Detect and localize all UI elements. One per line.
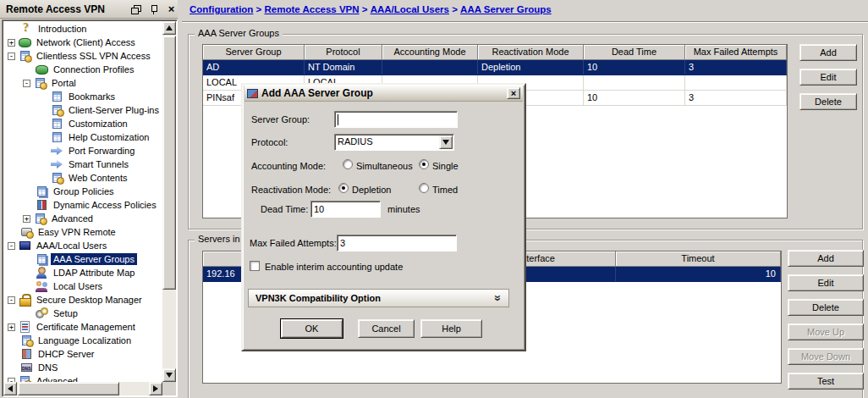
column-header-reactivation-mode[interactable]: Reactivation Mode	[478, 45, 584, 60]
dead-time-input[interactable]	[310, 201, 381, 218]
tree-item-secure-desktop-manager[interactable]: -Secure Desktop Manager	[4, 293, 162, 307]
accounting-mode-label: Accounting Mode:	[251, 161, 326, 171]
scroll-right-icon[interactable]	[149, 382, 162, 395]
tree-item-clientless-ssl-vpn-access[interactable]: -Clientless SSL VPN Access	[4, 49, 162, 63]
tree-horizontal-scrollbar[interactable]	[3, 382, 162, 395]
tree-item-client-server-plug-ins[interactable]: Client-Server Plug-ins	[4, 103, 162, 117]
tree-item-group-policies[interactable]: Group Policies	[4, 185, 162, 198]
dialog-close-icon[interactable]: ×	[507, 87, 520, 99]
tree-item-label: Portal	[49, 77, 79, 89]
edit-button[interactable]: Edit	[799, 69, 857, 86]
breadcrumb-link-remote-access-vpn[interactable]: Remote Access VPN	[264, 4, 359, 14]
reactivation-mode-label: Reactivation Mode:	[251, 185, 331, 195]
arrow-icon	[51, 158, 63, 170]
server-group-label: Server Group:	[251, 114, 310, 124]
float-panel-icon[interactable]	[129, 3, 142, 14]
tree-item-label: Web Contents	[66, 172, 130, 184]
breadcrumb-link-configuration[interactable]: Configuration	[190, 4, 253, 14]
breadcrumb-link-aaa-server-groups[interactable]: AAA Server Groups	[460, 4, 552, 14]
scrollbar-corner	[162, 382, 176, 395]
column-header-dead-time[interactable]: Dead Time	[584, 45, 685, 60]
scroll-up-icon[interactable]	[162, 21, 176, 35]
chevron-down-icon[interactable]	[439, 135, 453, 149]
column-header-accounting-mode[interactable]: Accounting Mode	[382, 45, 478, 60]
gears-icon	[36, 307, 48, 319]
help-button[interactable]: Help	[420, 319, 482, 338]
overlapping-squares-icon	[131, 5, 140, 14]
max-failed-attempts-input[interactable]	[337, 235, 457, 252]
tree-item-help-customization[interactable]: Help Customization	[4, 130, 162, 144]
delete-button[interactable]: Delete	[799, 93, 857, 110]
ok-button[interactable]: OK	[281, 319, 343, 338]
table-row[interactable]: ADNT DomainDepletion103	[203, 60, 787, 75]
reactivation-timed-radio[interactable]	[419, 183, 429, 193]
add-button[interactable]: Add	[799, 44, 857, 61]
tree-item-aaa-server-groups[interactable]: AAA Server Groups	[4, 252, 162, 266]
column-header-server-group[interactable]: Server Group	[203, 45, 305, 60]
dialog-title: Add AAA Server Group	[261, 87, 373, 99]
interim-accounting-checkbox[interactable]	[250, 261, 260, 271]
delete-button[interactable]: Delete	[788, 299, 864, 316]
protocol-dropdown[interactable]: RADIUS	[334, 134, 454, 151]
add-aaa-server-group-dialog: Add AAA Server Group × Server Group: Pro…	[241, 83, 526, 351]
accounting-single-radio[interactable]	[419, 159, 429, 169]
edit-button[interactable]: Edit	[788, 274, 864, 291]
grid-multi-icon	[36, 185, 48, 197]
tree-item-port-forwarding[interactable]: Port Forwarding	[4, 144, 162, 158]
collapse-minus-icon[interactable]: -	[8, 53, 15, 60]
accounting-simultaneous-radio[interactable]	[343, 159, 353, 169]
tree-item-certificate-management[interactable]: +Certificate Management	[4, 320, 162, 334]
left-arrow-icon	[8, 385, 13, 392]
tree-item-label: Secure Desktop Manager	[34, 294, 145, 306]
tree-item-dns[interactable]: DNS	[4, 361, 162, 374]
tree-item-web-contents[interactable]: Web Contents	[4, 171, 162, 185]
column-header-timeout[interactable]: Timeout	[616, 252, 781, 267]
expand-plus-icon[interactable]: +	[23, 215, 30, 223]
tree-item-aaa-local-users[interactable]: -AAA/Local Users	[4, 239, 162, 252]
dialog-titlebar[interactable]: Add AAA Server Group ×	[244, 86, 523, 102]
tree-item-introduction[interactable]: Introduction	[4, 22, 162, 36]
grid-gear-icon	[20, 334, 33, 346]
tree-item-setup[interactable]: Setup	[4, 307, 162, 320]
tree-item-customization[interactable]: Customization	[4, 117, 162, 130]
panel-splitter[interactable]	[178, 0, 181, 398]
collapse-minus-icon[interactable]: -	[8, 242, 15, 250]
collapse-minus-icon[interactable]: -	[23, 80, 30, 87]
chevron-double-down-icon: »	[492, 295, 504, 301]
tree-item-portal[interactable]: -Portal	[4, 76, 162, 90]
close-icon[interactable]: ×	[165, 3, 178, 14]
protocol-selected-value: RADIUS	[338, 136, 373, 146]
test-button[interactable]: Test	[788, 373, 864, 390]
tree-item-label: Clientless SSL VPN Access	[34, 50, 153, 62]
reactivation-depletion-radio[interactable]	[338, 183, 349, 193]
server-group-input[interactable]	[334, 111, 458, 128]
expand-plus-icon[interactable]: +	[8, 39, 15, 47]
tree-item-easy-vpn-remote[interactable]: Easy VPN Remote	[4, 225, 162, 239]
scroll-left-icon[interactable]	[3, 382, 17, 395]
accounting-single-label: Single	[432, 161, 459, 171]
tree-item-ldap-attribute-map[interactable]: LDAP Attribute Map	[4, 266, 162, 279]
breadcrumb-link-aaa-local-users[interactable]: AAA/Local Users	[371, 4, 449, 14]
pushpin-icon	[150, 4, 158, 14]
tree-item-language-localization[interactable]: Language Localization	[4, 334, 162, 347]
tree-item-local-users[interactable]: Local Users	[4, 279, 162, 293]
scroll-down-icon[interactable]	[162, 368, 176, 382]
add-button[interactable]: Add	[788, 250, 864, 267]
tree-item-smart-tunnels[interactable]: Smart Tunnels	[4, 158, 162, 171]
tree-item-dynamic-access-policies[interactable]: Dynamic Access Policies	[4, 198, 162, 212]
column-header-protocol[interactable]: Protocol	[305, 45, 382, 60]
horizontal-scroll-thumb[interactable]	[18, 382, 119, 395]
expand-plus-icon[interactable]: +	[8, 323, 15, 331]
tree-item-dhcp-server[interactable]: DHCP Server	[4, 347, 162, 361]
vpn3k-compatibility-expander[interactable]: VPN3K Compatibility Option »	[248, 289, 509, 307]
tree-item-bookmarks[interactable]: Bookmarks	[4, 90, 162, 103]
vertical-scroll-thumb[interactable]	[162, 36, 176, 290]
collapse-minus-icon[interactable]: -	[8, 296, 15, 304]
tree-item-network-client-access[interactable]: +Network (Client) Access	[4, 36, 162, 49]
tree-item-connection-profiles[interactable]: Connection Profiles	[4, 63, 162, 76]
tree-vertical-scrollbar[interactable]	[162, 21, 176, 382]
tree-item-advanced[interactable]: +Advanced	[4, 212, 162, 225]
pin-icon[interactable]	[147, 3, 160, 14]
column-header-max-failed-attempts[interactable]: Max Failed Attempts	[685, 45, 787, 60]
cancel-button[interactable]: Cancel	[358, 319, 415, 338]
